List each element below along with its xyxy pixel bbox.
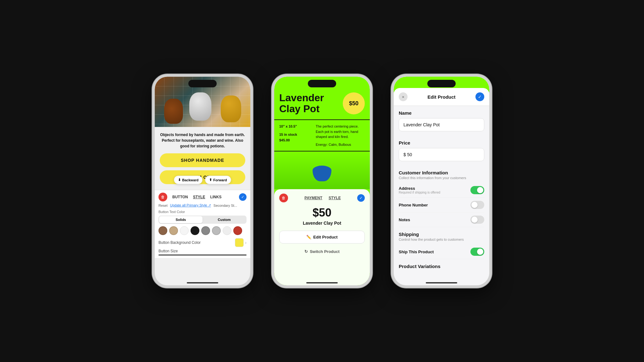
payment-tabs: PAYMENT STYLE — [304, 196, 341, 200]
address-toggle[interactable] — [470, 186, 484, 194]
home-indicator-2 — [306, 282, 338, 283]
bg-color-indicator[interactable] — [235, 238, 244, 247]
product-specs: 10" x 10.5" 15 in stock $45.00 — [279, 124, 312, 147]
size-slider[interactable] — [158, 255, 247, 255]
notes-toggle[interactable] — [470, 216, 484, 224]
close-icon: × — [402, 95, 404, 99]
color-swatch-1[interactable] — [158, 226, 167, 235]
solids-tab[interactable]: Solids — [159, 216, 203, 223]
tab-payment[interactable]: PAYMENT — [304, 196, 322, 200]
notes-label: Notes — [399, 217, 410, 222]
refresh-icon: ↻ — [304, 249, 308, 254]
toolbar-confirm-button[interactable]: ✓ — [239, 193, 247, 201]
tab-style[interactable]: STYLE — [193, 195, 205, 199]
secondary-style-link[interactable]: Secondary St... — [214, 204, 237, 207]
modal-close-button[interactable]: × — [399, 92, 408, 101]
color-swatch-8[interactable] — [233, 226, 242, 235]
checkmark-icon: ✓ — [478, 94, 482, 99]
product-details: 10" x 10.5" 15 in stock $45.00 The perfe… — [274, 120, 370, 151]
phone-3: × Edit Product ✓ Name Lavender Clay Pot … — [391, 74, 492, 288]
shop-handmade-button[interactable]: SHOP HANDMADE — [160, 153, 245, 167]
payment-price: $50 — [279, 206, 365, 219]
name-label: Name — [399, 110, 484, 116]
product-title: Lavender Clay Pot — [279, 92, 339, 114]
tab-style-2[interactable]: STYLE — [329, 196, 341, 200]
phone-number-toggle[interactable] — [470, 201, 484, 209]
product-description-text: The perfect centering piece. Each pot is… — [316, 124, 365, 147]
color-swatch-3[interactable] — [180, 226, 189, 235]
update-primary-style-link[interactable]: Update all Primary Style ↗ — [170, 203, 211, 207]
pencil-icon: ✏️ — [306, 235, 311, 239]
pot-illustration — [313, 166, 331, 181]
editor-toolbar: 🗑 BUTTON STYLE LINKS ✓ Reset Update all … — [155, 190, 250, 258]
color-swatch-7[interactable] — [223, 226, 231, 235]
modal-header: × Edit Product ✓ — [394, 88, 489, 106]
customer-info-title: Customer Information — [399, 170, 484, 175]
price-section: Price $ 50 — [394, 136, 489, 161]
forward-icon: ⬆ — [209, 178, 212, 182]
modal-confirm-button[interactable]: ✓ — [475, 92, 484, 101]
color-swatch-4[interactable] — [191, 226, 199, 235]
shipping-section: Shipping Control how the product gets to… — [394, 227, 489, 259]
phone-number-row: Phone Number — [399, 198, 484, 212]
address-label: Address — [399, 186, 440, 191]
backward-nav[interactable]: ⬇ Backward — [174, 176, 203, 184]
dynamic-island-1 — [188, 80, 217, 87]
backward-icon: ⬇ — [178, 178, 181, 182]
tab-links[interactable]: LINKS — [210, 195, 221, 199]
product-description: Objects formed by hands and made from ea… — [160, 132, 245, 149]
payment-delete-button[interactable]: 🗑 — [279, 194, 288, 202]
chevron-right-icon: › — [245, 240, 247, 245]
address-sub: Required if shipping is offered — [399, 191, 440, 194]
phone-1: Objects formed by hands and made from ea… — [152, 74, 253, 288]
customer-info-section: Customer Information Collect this inform… — [394, 166, 489, 227]
product-variations-title: Product Variations — [399, 264, 484, 269]
name-section: Name Lavender Clay Pot — [394, 106, 489, 131]
ship-product-row: Ship This Product — [399, 244, 484, 259]
edit-product-button[interactable]: ✏️ Edit Product — [279, 231, 365, 244]
payment-product-name: Lavender Clay Pot — [279, 221, 365, 226]
custom-tab[interactable]: Custom — [203, 216, 246, 223]
modal-title: Edit Product — [427, 94, 455, 100]
home-indicator-3 — [426, 282, 457, 283]
phone-2: Lavender Clay Pot $50 10" x 10.5" 15 in … — [272, 74, 372, 288]
name-input[interactable]: Lavender Clay Pot — [399, 118, 484, 131]
edit-product-modal: × Edit Product ✓ Name Lavender Clay Pot … — [394, 88, 489, 285]
payment-panel: 🗑 PAYMENT STYLE ✓ $50 Lavender Clay Pot … — [274, 189, 370, 285]
trash-icon: 🗑 — [161, 195, 165, 199]
bg-color-label: Button Background Color — [158, 240, 201, 245]
price-input[interactable]: $ 50 — [399, 148, 484, 161]
trash-icon-2: 🗑 — [282, 196, 286, 200]
dynamic-island-2 — [308, 80, 336, 87]
phone-number-label: Phone Number — [399, 203, 428, 207]
switch-product-button[interactable]: ↻ Switch Product — [279, 246, 365, 257]
shipping-title: Shipping — [399, 232, 484, 237]
ship-product-toggle[interactable] — [470, 248, 484, 256]
customer-info-subtitle: Collect this information from your custo… — [399, 176, 484, 180]
color-swatch-6[interactable] — [212, 226, 221, 235]
payment-toolbar: 🗑 PAYMENT STYLE ✓ — [279, 194, 365, 202]
home-indicator — [187, 282, 218, 283]
color-swatch-2[interactable] — [169, 226, 178, 235]
payment-confirm-button[interactable]: ✓ — [357, 194, 365, 202]
ship-product-label: Ship This Product — [399, 250, 434, 254]
price-label: Price — [399, 140, 484, 145]
color-swatches — [158, 226, 247, 235]
product-image-area — [274, 151, 370, 189]
forward-nav[interactable]: ⬆ Forward — [205, 176, 231, 184]
shipping-subtitle: Control how the product gets to customer… — [399, 238, 484, 241]
product-variations-section: Product Variations — [394, 259, 489, 279]
btn-size-label: Button Size — [158, 249, 247, 253]
tab-button[interactable]: BUTTON — [172, 195, 188, 199]
toolbar-delete-button[interactable]: 🗑 — [158, 193, 167, 201]
notes-row: Notes — [399, 212, 484, 227]
price-badge: $50 — [343, 92, 365, 114]
address-row: Address Required if shipping is offered — [399, 183, 484, 198]
dynamic-island-3 — [427, 80, 456, 87]
color-swatch-5[interactable] — [201, 226, 210, 235]
reset-label[interactable]: Reset — [158, 204, 168, 207]
text-color-label: Button Text Color — [158, 210, 247, 214]
